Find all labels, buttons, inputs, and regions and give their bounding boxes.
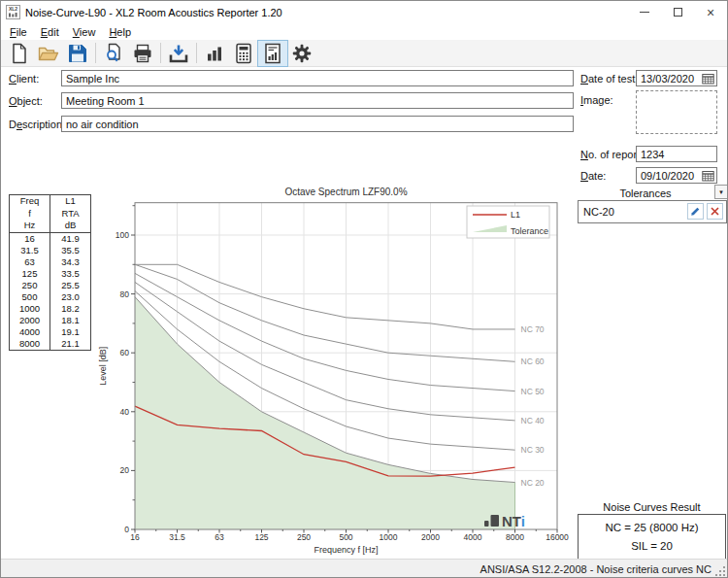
freq-cell: 500 <box>10 291 50 303</box>
export-icon <box>168 43 189 64</box>
close-icon: × <box>707 6 714 19</box>
svg-text:60: 60 <box>120 348 130 357</box>
svg-text:L1: L1 <box>511 210 520 220</box>
calculator-button[interactable] <box>229 41 258 66</box>
close-button[interactable]: × <box>694 1 727 23</box>
menu-file[interactable]: File <box>3 25 34 39</box>
object-label: Object: <box>9 95 43 107</box>
bar-chart-button[interactable] <box>200 41 229 66</box>
svg-text:125: 125 <box>254 532 268 542</box>
sil-result-value: SIL = 20 <box>579 540 725 552</box>
save-button[interactable] <box>63 41 92 66</box>
report-button[interactable] <box>258 41 287 66</box>
no-of-report-input[interactable] <box>636 146 717 162</box>
resize-grip[interactable] <box>714 565 726 577</box>
freq-cell: 125 <box>10 268 50 280</box>
no-of-report-label: No. of report: <box>580 149 643 160</box>
svg-text:Tolerance: Tolerance <box>511 226 548 236</box>
menu-view[interactable]: View <box>66 25 103 39</box>
tolerance-item[interactable]: NC-20 <box>579 201 726 222</box>
date-label: Date: <box>580 170 606 182</box>
table-row: 4000 19.1 <box>10 326 91 338</box>
level-cell: 23.0 <box>50 291 91 303</box>
date-calendar-button[interactable] <box>700 168 716 183</box>
svg-text:NC 40: NC 40 <box>521 416 545 425</box>
date-of-test-input[interactable] <box>637 73 700 85</box>
svg-text:80: 80 <box>120 289 130 299</box>
table-row: 31.5 35.5 <box>10 245 91 256</box>
level-cell: 35.5 <box>50 245 91 256</box>
level-cell: 33.5 <box>50 268 91 280</box>
table-row: 500 23.0 <box>10 291 91 303</box>
date-input[interactable] <box>637 170 700 182</box>
title-bar: XL2 Noise-Curve-L90 - XL2 Room Acoustics… <box>1 1 727 23</box>
svg-text:500: 500 <box>339 532 352 542</box>
settings-button[interactable] <box>287 41 316 66</box>
table-header-l1: L1RTAdB <box>50 195 91 233</box>
status-text: ANSI/ASA S12.2-2008 - Noise criteria cur… <box>480 563 711 575</box>
tolerances-title: Tolerances <box>578 187 713 199</box>
print-button[interactable] <box>128 41 157 66</box>
delete-tolerance-button[interactable] <box>707 203 723 220</box>
tolerances-list: NC-20 <box>578 200 727 223</box>
result-box: NC = 25 (8000 Hz) SIL = 20 <box>578 514 726 560</box>
freq-cell: 8000 <box>10 338 50 351</box>
calculator-icon <box>233 43 254 64</box>
chevron-down-icon: ▼ <box>718 189 724 195</box>
object-input[interactable] <box>61 92 574 109</box>
tolerance-item-label: NC-20 <box>583 206 614 218</box>
print-preview-icon <box>103 43 124 64</box>
level-cell: 18.2 <box>50 303 91 315</box>
save-icon <box>67 43 88 64</box>
open-folder-button[interactable] <box>34 41 63 66</box>
description-input[interactable] <box>61 116 574 132</box>
tolerances-dropdown-button[interactable]: ▼ <box>714 185 728 199</box>
menu-edit[interactable]: Edit <box>34 25 66 39</box>
svg-text:4000: 4000 <box>464 532 482 542</box>
minimize-button[interactable] <box>628 1 661 23</box>
image-drop-area[interactable] <box>636 90 717 134</box>
svg-text:XL2: XL2 <box>9 6 17 12</box>
level-cell: 34.3 <box>50 256 91 268</box>
svg-text:NC 70: NC 70 <box>521 324 545 334</box>
toolbar-separator <box>196 43 197 63</box>
date-field <box>636 167 717 184</box>
svg-text:16: 16 <box>130 532 140 542</box>
freq-cell: 250 <box>10 280 50 291</box>
result-title: Noise Curves Result <box>578 501 726 513</box>
maximize-button[interactable] <box>661 1 694 23</box>
menu-help[interactable]: Help <box>102 25 138 39</box>
svg-text:NC 50: NC 50 <box>521 387 545 396</box>
window-title: Noise-Curve-L90 - XL2 Room Acoustics Rep… <box>25 7 282 18</box>
date-of-test-label: Date of test: <box>580 73 638 85</box>
table-row: 250 25.5 <box>10 280 91 291</box>
level-cell: 41.9 <box>50 232 91 245</box>
new-document-button[interactable] <box>5 41 34 66</box>
export-button[interactable] <box>164 41 193 66</box>
freq-cell: 4000 <box>10 326 50 338</box>
status-bar: ANSI/ASA S12.2-2008 - Noise criteria cur… <box>1 559 727 578</box>
date-of-test-calendar-button[interactable] <box>700 71 716 85</box>
print-icon <box>132 43 153 64</box>
client-label: Client: <box>9 73 39 85</box>
x-icon <box>711 207 719 216</box>
toolbar-separator <box>160 43 161 63</box>
svg-text:Frequency f [Hz]: Frequency f [Hz] <box>314 545 378 555</box>
table-row: 1000 18.2 <box>10 303 91 315</box>
calendar-icon <box>702 73 714 85</box>
window: XL2 Noise-Curve-L90 - XL2 Room Acoustics… <box>0 0 728 578</box>
svg-text:20: 20 <box>120 465 130 475</box>
client-input[interactable] <box>61 70 574 86</box>
edit-tolerance-button[interactable] <box>687 203 704 220</box>
table-header-freq: FreqfHz <box>10 195 50 233</box>
freq-cell: 63 <box>10 256 50 268</box>
svg-text:Level [dB]: Level [dB] <box>98 347 108 386</box>
octave-values-table: FreqfHz L1RTAdB 16 41.9 31.5 35.5 <box>9 194 91 351</box>
svg-text:Octave Spectrum LZF90.0%: Octave Spectrum LZF90.0% <box>284 187 407 197</box>
print-preview-button[interactable] <box>99 41 128 66</box>
svg-text:NC 30: NC 30 <box>521 445 545 455</box>
svg-text:NC 20: NC 20 <box>521 478 545 488</box>
svg-text:1000: 1000 <box>380 532 398 542</box>
svg-text:31.5: 31.5 <box>169 532 185 542</box>
level-cell: 19.1 <box>50 326 91 338</box>
